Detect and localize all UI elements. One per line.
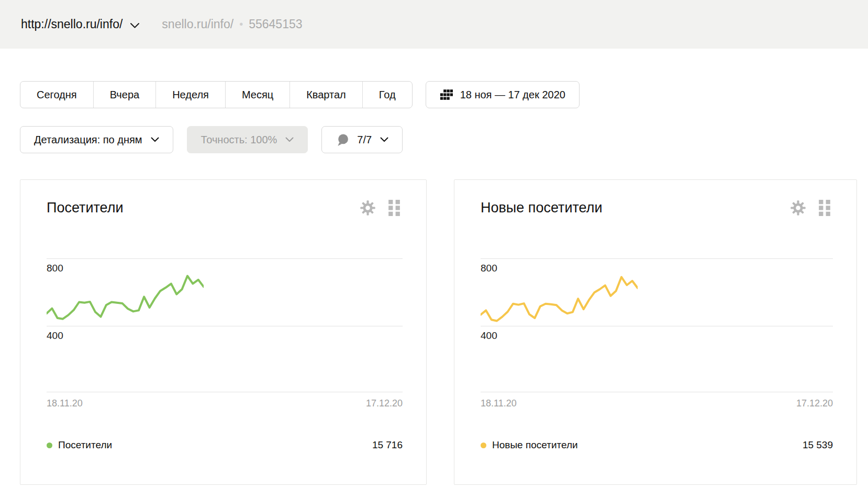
widget-legend: Новые посетители 15 539 <box>481 439 833 451</box>
calendar-icon <box>440 89 453 100</box>
widget-visitors: Посетители <box>20 179 427 485</box>
widget-new-visitors: Новые посетители <box>454 179 857 485</box>
legend-label: Посетители <box>58 439 112 451</box>
x-end-label: 17.12.20 <box>366 398 403 409</box>
x-start-label: 18.11.20 <box>481 398 517 409</box>
site-url: http://snello.ru/info/ <box>21 17 123 31</box>
detail-dropdown[interactable]: Детализация: по дням <box>20 126 173 153</box>
line-chart-visitors[interactable] <box>47 243 204 392</box>
x-axis-labels: 18.11.20 17.12.20 <box>481 398 833 409</box>
period-tab-year[interactable]: Год <box>362 82 412 108</box>
legend-item-new-visitors[interactable]: Новые посетители <box>481 439 578 451</box>
period-tab-today[interactable]: Сегодня <box>20 82 93 108</box>
period-tab-quarter[interactable]: Квартал <box>290 82 362 108</box>
counter-separator-dot: • <box>239 18 243 30</box>
legend-dot <box>47 443 52 448</box>
widget-title: Посетители <box>47 200 124 216</box>
x-start-label: 18.11.20 <box>47 398 83 409</box>
legend-item-visitors[interactable]: Посетители <box>47 439 112 451</box>
widget-header: Посетители <box>47 200 400 216</box>
grid-handle-icon <box>388 200 400 216</box>
widget-settings-button[interactable] <box>360 200 376 216</box>
chevron-down-icon <box>380 137 388 142</box>
comments-dropdown[interactable]: 7/7 <box>321 126 403 153</box>
controls: Сегодня Вчера Неделя Месяц Квартал Год 1… <box>0 81 868 153</box>
accuracy-label: Точность: 100% <box>201 134 277 146</box>
gear-icon <box>790 200 806 216</box>
date-range-button[interactable]: 18 ноя — 17 дек 2020 <box>426 81 580 108</box>
legend-total: 15 539 <box>803 439 833 451</box>
period-tab-month[interactable]: Месяц <box>225 82 290 108</box>
widget-actions <box>360 200 400 216</box>
date-range-label: 18 ноя — 17 дек 2020 <box>460 89 565 101</box>
legend-total: 15 716 <box>372 439 403 451</box>
gridline-baseline <box>481 392 833 392</box>
x-end-label: 17.12.20 <box>796 398 833 409</box>
grid-handle-icon <box>819 200 830 216</box>
chevron-down-icon <box>130 22 140 29</box>
top-bar: http://snello.ru/info/ snello.ru/info/ •… <box>0 0 868 49</box>
x-axis-labels: 18.11.20 17.12.20 <box>47 398 403 409</box>
detail-label: Детализация: по дням <box>34 134 142 146</box>
widget-legend: Посетители 15 716 <box>47 439 403 451</box>
counter-info: snello.ru/info/ • 55645153 <box>162 17 302 31</box>
gear-icon <box>360 200 376 216</box>
widget-actions <box>790 200 830 216</box>
counter-id: 55645153 <box>249 17 302 31</box>
widget-header: Новые посетители <box>481 200 830 216</box>
period-tab-yesterday[interactable]: Вчера <box>93 82 155 108</box>
chevron-down-icon <box>151 137 159 142</box>
options-row: Детализация: по дням Точность: 100% 7/7 <box>20 126 868 153</box>
widgets-area: Посетители <box>0 153 868 485</box>
accuracy-dropdown[interactable]: Точность: 100% <box>187 126 308 153</box>
counter-name: snello.ru/info/ <box>162 17 233 31</box>
chevron-down-icon <box>285 137 294 142</box>
comments-count: 7/7 <box>357 134 372 146</box>
widget-title: Новые посетители <box>481 200 603 216</box>
widget-drag-handle[interactable] <box>388 200 400 216</box>
line-chart-new-visitors[interactable] <box>481 243 638 392</box>
speech-bubble-icon <box>336 133 350 147</box>
period-selector: Сегодня Вчера Неделя Месяц Квартал Год <box>20 81 413 108</box>
site-url-dropdown[interactable]: http://snello.ru/info/ <box>21 17 140 31</box>
gridline-baseline <box>47 392 403 392</box>
legend-label: Новые посетители <box>492 439 578 451</box>
period-row: Сегодня Вчера Неделя Месяц Квартал Год 1… <box>20 81 868 108</box>
widget-settings-button[interactable] <box>790 200 806 216</box>
widget-drag-handle[interactable] <box>819 200 830 216</box>
period-tab-week[interactable]: Неделя <box>155 82 225 108</box>
legend-dot <box>481 443 486 448</box>
